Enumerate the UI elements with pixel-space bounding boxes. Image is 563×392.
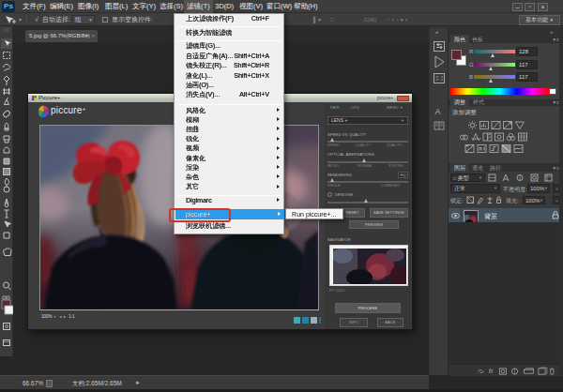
svg-text:A: A bbox=[435, 107, 441, 116]
svg-text:fx: fx bbox=[489, 368, 495, 374]
